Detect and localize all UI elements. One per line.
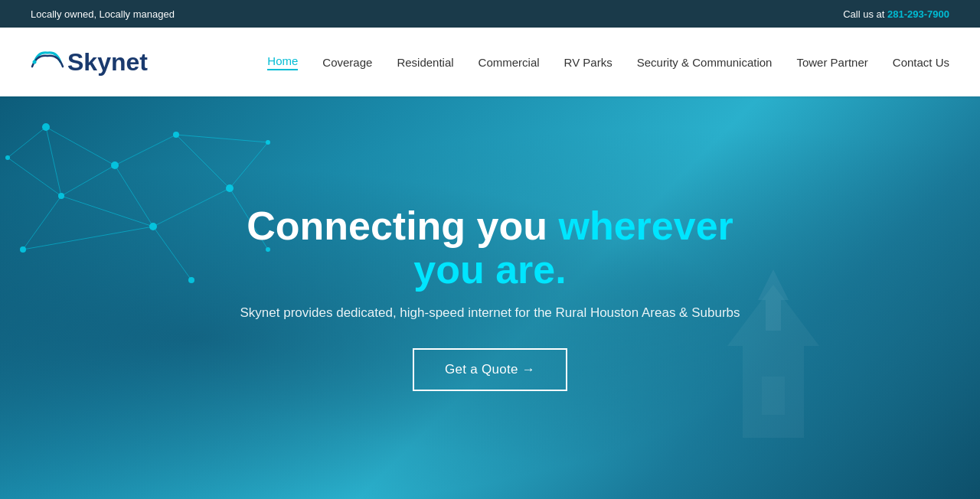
hero-section: Connecting you wherever you are. Skynet … [0,96,980,499]
svg-line-14 [8,158,61,196]
svg-line-11 [23,196,61,250]
svg-point-23 [20,246,26,253]
header: Skynet Home Coverage Residential Commerc… [0,28,980,96]
hero-content: Connecting you wherever you are. Skynet … [199,204,781,391]
top-bar: Locally owned, Locally managed Call us a… [0,0,980,28]
svg-line-3 [176,135,230,188]
svg-line-4 [46,127,61,196]
svg-point-20 [226,184,234,192]
svg-line-2 [115,135,176,165]
svg-line-7 [115,165,153,227]
svg-line-16 [230,142,268,188]
svg-line-1 [46,127,115,165]
hero-title-part1: Connecting you [247,204,558,248]
nav-contact[interactable]: Contact Us [893,56,949,69]
top-bar-left: Locally owned, Locally managed [31,8,175,20]
svg-point-24 [5,155,10,160]
svg-line-12 [23,227,153,250]
svg-point-21 [58,193,64,199]
svg-line-13 [8,127,46,158]
phone-number[interactable]: 281-293-7900 [887,8,949,20]
get-quote-button[interactable]: Get a Quote → [413,348,567,391]
logo-icon [31,45,64,79]
hero-subtitle: Skynet provides dedicated, high-speed in… [214,305,766,321]
nav-security[interactable]: Security & Communication [637,56,773,69]
svg-line-5 [61,165,115,196]
nav-rv-parks[interactable]: RV Parks [564,56,612,69]
svg-line-6 [61,196,153,227]
svg-line-10 [153,227,191,280]
logo[interactable]: Skynet [31,45,148,79]
svg-point-26 [188,277,194,283]
svg-point-0 [33,60,37,64]
svg-line-15 [176,135,268,142]
nav-tower-partner[interactable]: Tower Partner [796,56,867,69]
hero-title: Connecting you wherever you are. [214,204,766,292]
svg-point-25 [266,140,270,145]
svg-point-19 [173,132,179,138]
nav-residential[interactable]: Residential [397,56,453,69]
call-label: Call us at [843,8,884,20]
svg-point-18 [111,161,119,169]
logo-text: Skynet [67,48,148,77]
svg-point-17 [42,123,50,131]
svg-point-22 [149,223,157,230]
nav-commercial[interactable]: Commercial [479,56,540,69]
nav-home[interactable]: Home [267,54,298,70]
top-bar-right: Call us at 281-293-7900 [843,8,949,20]
nav-coverage[interactable]: Coverage [322,56,372,69]
main-nav: Home Coverage Residential Commercial RV … [267,54,949,70]
